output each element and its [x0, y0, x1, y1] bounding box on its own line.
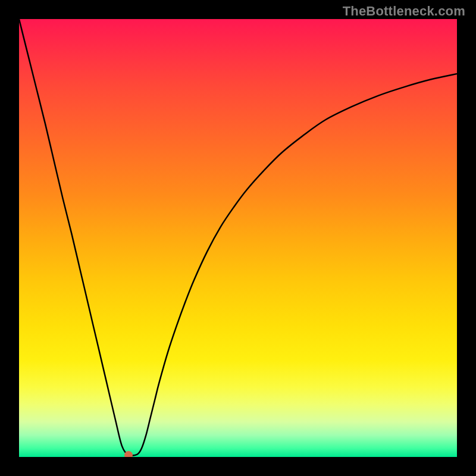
chart-container: TheBottleneck.com [0, 0, 476, 476]
bottleneck-curve [19, 19, 457, 456]
watermark-text: TheBottleneck.com [343, 4, 465, 19]
curve-layer [19, 19, 457, 457]
plot-area [19, 19, 457, 457]
